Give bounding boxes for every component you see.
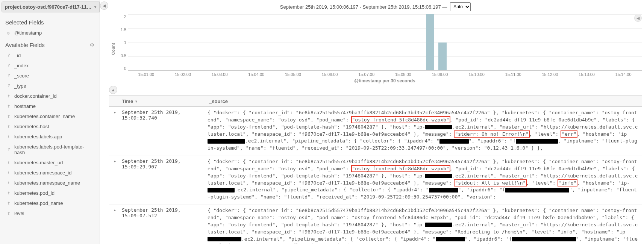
- row-source: { "docker": { "container_id": "6e8b8ca25…: [208, 109, 642, 152]
- histogram-chart: Count ◀ 21.510.50 15:01:0015:02:0015:03:…: [109, 14, 642, 83]
- expand-row-toggle[interactable]: ▸: [109, 207, 120, 244]
- text-type-icon: t: [5, 201, 11, 206]
- chart-x-ticks: 15:01:0015:02:0015:03:0015:04:0015:05:00…: [128, 71, 642, 77]
- redacted-text: [425, 223, 452, 227]
- field-name: kubernetes.container_name: [14, 114, 75, 119]
- highlighted-value: "ostoy-frontend-5fc8d486dc-wzpxb": [352, 166, 450, 171]
- expand-row-toggle[interactable]: ▸: [109, 158, 120, 201]
- unknown-type-icon: ?: [5, 53, 11, 58]
- field-item[interactable]: tkubernetes.host: [0, 121, 100, 132]
- field-name: kubernetes.pod_id: [14, 190, 55, 196]
- redacted-text: [439, 139, 469, 144]
- redacted-text: [208, 188, 235, 192]
- available-fields-heading: Available Fields ⚙: [0, 38, 100, 50]
- field-item[interactable]: tdocker.container_id: [0, 91, 100, 101]
- column-source-header[interactable]: _source: [208, 96, 642, 106]
- time-range-text: September 25th 2019, 15:00:06.197 - Sept…: [280, 4, 447, 10]
- row-source: { "docker": { "container_id": "6e8b8ca25…: [208, 207, 642, 244]
- field-name: hostname: [14, 103, 36, 109]
- table-row: ▸September 25th 2019, 15:09:29.907{ "doc…: [109, 156, 642, 205]
- index-pattern-name: project.ostoy-osd.f9670ce7-df17-11e9-b68…: [5, 4, 93, 10]
- field-item[interactable]: tkubernetes.labels.app: [0, 132, 100, 142]
- field-item[interactable]: thostname: [0, 101, 100, 111]
- column-time-header[interactable]: Time▼: [120, 96, 208, 106]
- histogram-bar[interactable]: [438, 42, 447, 71]
- field-name: @timestamp: [14, 30, 42, 36]
- sort-desc-icon: ▼: [135, 100, 138, 103]
- field-item[interactable]: tkubernetes.master_url: [0, 158, 100, 168]
- field-name: kubernetes.namespace_id: [14, 170, 72, 176]
- field-item[interactable]: tkubernetes.container_name: [0, 111, 100, 121]
- highlighted-value: "stderr: Oh no! Error!\n": [455, 131, 529, 137]
- redacted-text: [208, 139, 245, 144]
- highlighted-value: "info": [558, 180, 577, 186]
- text-type-icon: t: [5, 211, 11, 216]
- index-pattern-selector[interactable]: project.ostoy-osd.f9670ce7-df17-11e9-b68…: [2, 2, 100, 12]
- time-range-bar: September 25th 2019, 15:00:06.197 - Sept…: [109, 1, 642, 12]
- text-type-icon: t: [5, 104, 11, 109]
- unknown-type-icon: ?: [5, 147, 11, 152]
- unknown-type-icon: ?: [5, 63, 11, 68]
- chart-plot-area[interactable]: [128, 14, 642, 71]
- expand-row-toggle[interactable]: ▸: [109, 109, 120, 152]
- field-item[interactable]: tlevel: [0, 208, 100, 218]
- highlighted-value: "ostoy-frontend-5fc8d486dc-wzpxb": [352, 117, 450, 123]
- field-item[interactable]: ◷@timestamp: [0, 28, 100, 38]
- field-name: kubernetes.labels.pod-template-hash: [14, 144, 94, 155]
- row-time: September 25th 2019, 15:09:32.740: [120, 109, 208, 152]
- redacted-text: [512, 237, 576, 241]
- row-time: September 25th 2019, 15:09:07.512: [120, 207, 208, 244]
- field-name: level: [14, 211, 24, 216]
- field-name: _score: [14, 73, 29, 79]
- caret-down-icon: ▾: [94, 5, 96, 9]
- chart-y-ticks: 21.510.50: [117, 14, 128, 71]
- field-item[interactable]: ?_id: [0, 50, 100, 61]
- field-name: kubernetes.host: [14, 124, 49, 129]
- field-name: _index: [14, 63, 29, 68]
- table-row: ▸September 25th 2019, 15:09:32.740{ "doc…: [109, 107, 642, 156]
- field-name: kubernetes.pod_name: [14, 200, 63, 206]
- collapse-sidebar-button[interactable]: ◀: [100, 2, 108, 10]
- redacted-text: [429, 188, 458, 192]
- redacted-text: [425, 174, 452, 178]
- unknown-type-icon: ?: [5, 73, 11, 78]
- field-name: _type: [14, 83, 26, 89]
- chart-y-axis-label: Count: [109, 14, 117, 83]
- row-time: September 25th 2019, 15:09:29.907: [120, 158, 208, 201]
- text-type-icon: t: [5, 170, 11, 175]
- main-panel: September 25th 2019, 15:00:06.197 - Sept…: [100, 0, 644, 244]
- field-item[interactable]: ?kubernetes.labels.pod-template-hash: [0, 142, 100, 158]
- field-item[interactable]: ?_index: [0, 61, 100, 71]
- redacted-text: [516, 139, 558, 144]
- highlighted-value: "err": [561, 131, 577, 137]
- field-item[interactable]: ?_score: [0, 71, 100, 81]
- selected-fields-heading: Selected Fields: [0, 15, 100, 28]
- field-name: kubernetes.master_url: [14, 160, 63, 165]
- text-type-icon: t: [5, 180, 11, 185]
- interval-select[interactable]: Auto: [450, 2, 471, 11]
- field-name: kubernetes.labels.app: [14, 134, 62, 139]
- field-name: kubernetes.namespace_name: [14, 180, 80, 186]
- field-name: docker.container_id: [14, 93, 57, 99]
- field-item[interactable]: ?_type: [0, 81, 100, 91]
- fields-sidebar: project.ostoy-osd.f9670ce7-df17-11e9-b68…: [0, 0, 100, 244]
- field-item[interactable]: tkubernetes.pod_id: [0, 188, 100, 198]
- clock-icon: ◷: [5, 30, 11, 35]
- row-source: { "docker": { "container_id": "6e8b8ca25…: [208, 158, 642, 201]
- text-type-icon: t: [5, 191, 11, 196]
- text-type-icon: t: [5, 124, 11, 129]
- text-type-icon: t: [5, 160, 11, 165]
- redacted-text: [208, 237, 241, 241]
- histogram-bar[interactable]: [426, 14, 434, 70]
- highlighted-value: "stdout: All is well!\n": [455, 180, 526, 186]
- collapse-chart-button[interactable]: ▲: [109, 86, 117, 94]
- doc-table-header: Time▼ _source: [109, 95, 642, 107]
- text-type-icon: t: [5, 114, 11, 119]
- field-item[interactable]: tkubernetes.namespace_name: [0, 178, 100, 188]
- table-row: ▸September 25th 2019, 15:09:07.512{ "doc…: [109, 205, 642, 244]
- field-item[interactable]: tkubernetes.pod_name: [0, 198, 100, 208]
- field-item[interactable]: tkubernetes.namespace_id: [0, 168, 100, 178]
- gear-icon[interactable]: ⚙: [90, 42, 94, 48]
- redacted-text: [436, 237, 465, 241]
- unknown-type-icon: ?: [5, 83, 11, 88]
